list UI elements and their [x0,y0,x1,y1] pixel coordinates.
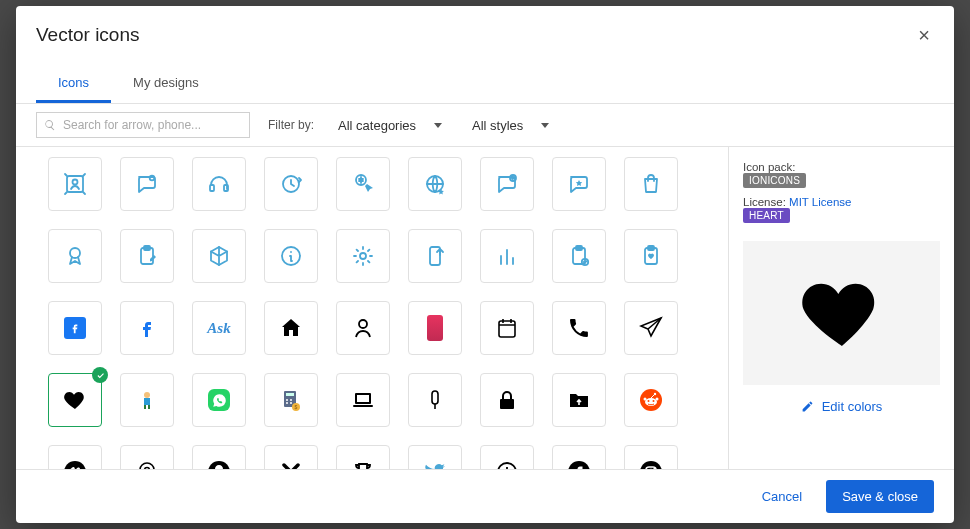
home-icon [279,316,303,340]
filter-label: Filter by: [268,118,314,132]
icon-grid-scroll[interactable]: Ask$ [16,147,728,469]
svg-text:$: $ [295,404,298,410]
icon-tile-popsicle[interactable] [408,373,462,427]
info-circle-icon [279,244,303,268]
svg-rect-25 [148,405,150,409]
svg-rect-35 [357,395,369,402]
dollar-touch-icon [351,172,375,196]
license-label: License: [743,196,786,208]
svg-rect-27 [286,393,294,396]
style-select-label: All styles [472,118,523,133]
bar-chart-icon [495,244,519,268]
svg-point-13 [360,253,366,259]
icon-tile-vimeo-circle[interactable] [48,445,102,469]
icon-tile-heart[interactable] [48,373,102,427]
ask-script-icon: Ask [207,320,230,337]
icon-tile-clock-outline[interactable] [480,445,534,469]
icon-tile-clipboard-edit[interactable] [120,229,174,283]
icon-tile-whatsapp[interactable] [192,373,246,427]
icon-tile-instagram-circle[interactable] [624,445,678,469]
icon-tile-battery-red[interactable] [408,301,462,355]
icon-grid: Ask$ [48,157,716,469]
icon-tile-reddit[interactable] [624,373,678,427]
icon-tile-folder-upload[interactable] [552,373,606,427]
svg-rect-38 [500,399,514,409]
icon-tile-phone-handset[interactable] [552,301,606,355]
icon-tile-snapchat-circle[interactable] [192,445,246,469]
pencil-icon [801,400,814,413]
icon-tile-globe-star[interactable] [408,157,462,211]
instagram-circle-icon [639,460,663,469]
clock-outline-icon [495,460,519,469]
icon-tile-chat-check[interactable] [480,157,534,211]
edit-colors-button[interactable]: Edit colors [743,399,940,414]
icon-tile-paper-plane[interactable] [624,301,678,355]
icon-tile-shopping-bag[interactable] [624,157,678,211]
svg-point-47 [145,468,150,470]
popsicle-icon [423,388,447,412]
icon-tile-twitter-bird[interactable] [408,445,462,469]
facebook-square-icon [64,317,86,339]
save-button[interactable]: Save & close [826,480,934,513]
svg-point-31 [290,402,292,404]
selected-check-icon [92,367,108,383]
chat-bubble-gear-icon [135,172,159,196]
icon-tile-medal[interactable] [48,229,102,283]
icon-tile-calendar[interactable] [480,301,534,355]
heart-icon [798,269,886,357]
icon-tile-facebook-f[interactable] [120,301,174,355]
icon-tile-star-badge[interactable] [552,157,606,211]
icon-tile-bar-chart[interactable] [480,229,534,283]
modal-footer: Cancel Save & close [16,469,954,523]
icon-tile-facebook-circle[interactable] [552,445,606,469]
svg-rect-4 [224,185,228,191]
clock-refresh-icon [279,172,303,196]
icon-tile-home[interactable] [264,301,318,355]
clipboard-heart-icon [639,244,663,268]
svg-point-30 [286,402,288,404]
icon-tile-calculator-money[interactable]: $ [264,373,318,427]
phone-handset-icon [567,316,591,340]
icon-tile-chat-bubble-gear[interactable] [120,157,174,211]
icon-tile-x-close[interactable] [264,445,318,469]
icon-tile-laptop[interactable] [336,373,390,427]
folder-upload-icon [567,388,591,412]
icon-tile-clock-refresh[interactable] [264,157,318,211]
pack-badge: IONICONS [743,173,806,188]
facebook-circle-icon [567,460,591,469]
icon-tile-person-outline[interactable] [336,301,390,355]
icon-tile-mascot[interactable] [120,373,174,427]
icon-tile-facebook-square[interactable] [48,301,102,355]
icon-tile-headset[interactable] [192,157,246,211]
icon-tile-info-circle[interactable] [264,229,318,283]
svg-rect-23 [144,398,150,405]
icon-tile-lock[interactable] [480,373,534,427]
tab-my-designs[interactable]: My designs [111,67,221,103]
icon-tile-clipboard-heart[interactable] [624,229,678,283]
icon-tile-gear[interactable] [336,229,390,283]
category-select[interactable]: All categories [332,114,448,137]
icon-tile-dollar-touch[interactable] [336,157,390,211]
close-button[interactable]: × [914,24,934,47]
category-select-label: All categories [338,118,416,133]
edit-colors-label: Edit colors [822,399,883,414]
svg-point-46 [64,461,86,469]
tab-icons[interactable]: Icons [36,67,111,103]
icon-tile-cube[interactable] [192,229,246,283]
icon-tile-trophy[interactable] [336,445,390,469]
icon-tile-phone-arrow[interactable] [408,229,462,283]
gear-icon [351,244,375,268]
license-link[interactable]: MIT License [789,196,851,208]
cube-icon [207,244,231,268]
clipboard-check-icon [567,244,591,268]
style-select[interactable]: All styles [466,114,555,137]
icon-tile-map-pin[interactable] [120,445,174,469]
cancel-button[interactable]: Cancel [754,483,810,510]
search-input[interactable] [36,112,250,138]
icon-tile-ask-script[interactable]: Ask [192,301,246,355]
icon-tile-clipboard-check[interactable] [552,229,606,283]
svg-point-1 [73,180,78,185]
heart-icon [63,388,87,412]
icon-tile-target-person[interactable] [48,157,102,211]
svg-point-42 [653,400,655,402]
